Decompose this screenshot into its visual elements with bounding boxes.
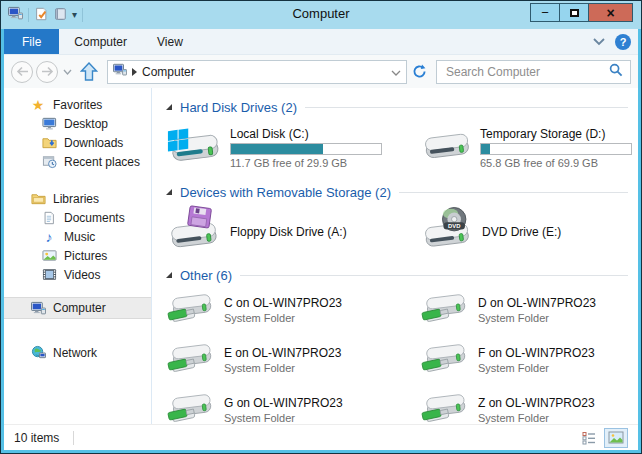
breadcrumb-arrow-icon[interactable] <box>132 68 137 76</box>
documents-icon <box>41 210 57 226</box>
help-icon[interactable]: ? <box>615 34 631 50</box>
search-icon[interactable] <box>609 63 623 80</box>
drive-name: Floppy Disk Drive (A:) <box>230 225 347 239</box>
network-drive-icon <box>420 337 470 384</box>
qat-separator <box>28 8 29 22</box>
sidebar-item-desktop[interactable]: Desktop <box>4 114 151 133</box>
group-header[interactable]: Devices with Removable Storage (2) <box>166 182 628 202</box>
maximize-button[interactable] <box>559 3 589 22</box>
drive-tile-temporary-storage-d[interactable]: Temporary Storage (D:) 65.8 GB free of 6… <box>420 117 632 178</box>
group-hard-disk-drives: Hard Disk Drives (2) <box>166 97 628 178</box>
group-other: Other (6) C on OL-WIN7PRO23 System Folde… <box>166 265 628 424</box>
other-drives-grid: C on OL-WIN7PRO23 System Folder D on OL-… <box>166 285 628 424</box>
drive-tile-e-network[interactable]: E on OL-WIN7PRO23 System Folder <box>166 335 420 385</box>
drive-tile-g-network[interactable]: G on OL-WIN7PRO23 System Folder <box>166 385 420 424</box>
properties-icon[interactable] <box>34 7 48 24</box>
drive-type: System Folder <box>224 412 343 424</box>
search-input[interactable] <box>444 64 609 80</box>
close-button[interactable]: × <box>588 3 633 22</box>
back-button[interactable] <box>11 61 33 83</box>
hard-drive-windows-icon <box>166 122 224 173</box>
computer-icon <box>30 300 46 316</box>
window-body: ★ Favorites Desktop Downloads Recent pl <box>4 88 638 424</box>
downloads-icon <box>41 135 57 151</box>
sidebar-item-music[interactable]: ♪ Music <box>4 227 151 246</box>
recent-locations-dropdown-icon[interactable] <box>63 69 72 75</box>
sidebar-item-documents[interactable]: Documents <box>4 208 151 227</box>
drive-name: E on OL-WIN7PRO23 <box>224 346 341 360</box>
drive-tile-dvd-e[interactable]: DVD DVD Drive (E:) <box>420 202 628 261</box>
libraries-icon <box>30 191 46 207</box>
sidebar-item-libraries[interactable]: Libraries <box>4 189 151 208</box>
back-icon <box>16 66 29 77</box>
collapse-group-icon[interactable] <box>166 104 172 110</box>
breadcrumb-segment-computer[interactable]: Computer <box>142 65 195 79</box>
free-space-text: 65.8 GB free of 69.9 GB <box>480 157 632 169</box>
drive-type: System Folder <box>224 312 342 324</box>
ribbon-right-controls: ? <box>592 29 638 54</box>
refresh-icon <box>412 64 427 79</box>
group-removable-storage: Devices with Removable Storage (2) <box>166 182 628 261</box>
large-icons-view-icon <box>608 431 624 444</box>
free-space-text: 11.7 GB free of 29.9 GB <box>230 157 382 169</box>
status-bar: 10 items <box>4 424 638 450</box>
hard-drive-icon <box>420 126 474 169</box>
sidebar-item-favorites[interactable]: ★ Favorites <box>4 95 151 114</box>
sidebar-item-network[interactable]: Network <box>4 343 151 362</box>
drive-type: System Folder <box>478 412 595 424</box>
tab-computer[interactable]: Computer <box>59 29 142 54</box>
forward-icon <box>41 66 54 77</box>
up-button[interactable] <box>76 60 102 84</box>
refresh-button[interactable] <box>407 60 431 84</box>
qat-customize-dropdown-icon[interactable]: ▾ <box>72 10 77 20</box>
drive-type: System Folder <box>478 312 596 324</box>
network-drive-icon <box>420 287 470 334</box>
capacity-bar <box>230 143 382 155</box>
sidebar-item-downloads[interactable]: Downloads <box>4 133 151 152</box>
sidebar-item-videos[interactable]: Videos <box>4 265 151 284</box>
group-header[interactable]: Other (6) <box>166 265 628 285</box>
details-view-icon <box>581 431 597 445</box>
explorer-window: ▾ Computer − × File Computer View ? <box>0 0 642 454</box>
navigation-toolbar: Computer <box>4 55 638 88</box>
address-dropdown-icon[interactable] <box>391 65 401 79</box>
network-drive-icon <box>420 387 470 425</box>
drive-tile-d-network[interactable]: D on OL-WIN7PRO23 System Folder <box>420 285 628 335</box>
computer-icon <box>8 6 23 24</box>
drive-type: System Folder <box>478 362 595 374</box>
star-icon: ★ <box>30 97 46 113</box>
group-header[interactable]: Hard Disk Drives (2) <box>166 97 628 117</box>
svg-text:DVD: DVD <box>448 223 460 229</box>
network-drive-icon <box>166 287 216 334</box>
expand-ribbon-icon[interactable] <box>592 35 606 49</box>
breadcrumb-computer-icon <box>113 63 127 80</box>
drive-name: G on OL-WIN7PRO23 <box>224 396 343 410</box>
drive-name: D on OL-WIN7PRO23 <box>478 296 596 310</box>
drive-tile-z-network[interactable]: Z on OL-WIN7PRO23 System Folder <box>420 385 628 424</box>
forward-button[interactable] <box>36 61 58 83</box>
recent-places-icon <box>41 154 57 170</box>
items-count: 10 items <box>14 431 59 445</box>
minimize-button[interactable]: − <box>530 3 560 22</box>
maximize-icon <box>570 9 579 17</box>
details-view-button[interactable] <box>577 428 601 448</box>
new-folder-icon[interactable] <box>53 7 67 24</box>
drive-name: C on OL-WIN7PRO23 <box>224 296 342 310</box>
capacity-bar <box>480 143 632 155</box>
tab-view[interactable]: View <box>142 29 198 54</box>
collapse-group-icon[interactable] <box>166 189 172 195</box>
drive-tile-floppy-a[interactable]: Floppy Disk Drive (A:) <box>166 202 420 261</box>
sidebar-item-pictures[interactable]: Pictures <box>4 246 151 265</box>
videos-icon <box>41 267 57 283</box>
capacity-bar-fill <box>481 144 490 154</box>
drive-tile-c-network[interactable]: C on OL-WIN7PRO23 System Folder <box>166 285 420 335</box>
drive-tile-local-disk-c[interactable]: Local Disk (C:) 11.7 GB free of 29.9 GB <box>166 117 420 178</box>
up-arrow-icon <box>80 62 98 81</box>
sidebar-item-recent-places[interactable]: Recent places <box>4 152 151 171</box>
drive-tile-f-network[interactable]: F on OL-WIN7PRO23 System Folder <box>420 335 628 385</box>
sidebar-item-computer[interactable]: Computer <box>4 297 151 319</box>
collapse-group-icon[interactable] <box>166 272 172 278</box>
tab-file[interactable]: File <box>4 29 59 54</box>
address-bar[interactable]: Computer <box>107 60 407 84</box>
large-icons-view-button[interactable] <box>604 428 628 448</box>
